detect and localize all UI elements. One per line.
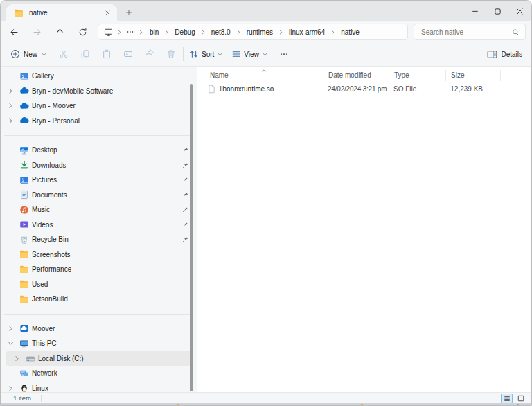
thumbnail-view-icon xyxy=(517,395,524,402)
back-button[interactable] xyxy=(4,23,24,41)
breadcrumb-chevron-icon xyxy=(116,29,123,35)
minimize-button[interactable] xyxy=(464,1,486,21)
chevron-right-icon[interactable] xyxy=(7,385,15,392)
sidebar-item-desktop[interactable]: Desktop xyxy=(6,143,192,158)
sidebar-item-music[interactable]: Music xyxy=(6,202,192,218)
file-pane: NameDate modifiedTypeSize libonnxruntime… xyxy=(197,67,531,392)
sidebar-item-label: Local Disk (C:) xyxy=(38,355,84,362)
thumbnail-view-toggle[interactable] xyxy=(515,394,526,403)
tab-title: native xyxy=(29,9,95,17)
file-date-cell: 24/02/2024 3:21 pm xyxy=(323,85,389,93)
network-icon xyxy=(19,369,29,378)
search-box[interactable] xyxy=(414,24,526,40)
sidebar-scrollbar[interactable] xyxy=(190,84,193,391)
sort-button[interactable]: Sort xyxy=(185,49,227,59)
sidebar-item-this-pc[interactable]: This PC xyxy=(6,336,192,351)
new-label: New xyxy=(24,51,37,58)
sidebar: GalleryBryn - devMobile SoftwareBryn - M… xyxy=(1,67,197,392)
sidebar-item-local-disk-c[interactable]: Local Disk (C:) xyxy=(6,351,192,367)
search-input[interactable] xyxy=(420,28,512,37)
share-button[interactable] xyxy=(139,44,160,64)
chevron-right-icon[interactable] xyxy=(13,355,21,362)
tab-close-button[interactable] xyxy=(100,6,114,20)
chevron-right-icon[interactable] xyxy=(7,117,15,125)
breadcrumb-item-net8-0[interactable]: net8.0 xyxy=(206,28,236,36)
chevron-spacer xyxy=(7,265,15,273)
plus-icon xyxy=(125,9,132,16)
column-header-size[interactable]: Size xyxy=(445,70,501,81)
sort-ascending-icon xyxy=(261,68,267,73)
breadcrumb-item-debug[interactable]: Debug xyxy=(170,28,200,36)
sidebar-item-bryn-devmobile-software[interactable]: Bryn - devMobile Software xyxy=(6,84,192,99)
sidebar-item-documents[interactable]: Documents xyxy=(6,188,192,203)
tab-native[interactable]: native xyxy=(6,4,117,21)
chevron-spacer xyxy=(7,369,15,377)
column-header-name[interactable]: Name xyxy=(197,70,323,81)
caption-buttons xyxy=(464,1,531,21)
forward-button[interactable] xyxy=(27,23,46,41)
new-tab-button[interactable] xyxy=(123,6,135,19)
paste-icon xyxy=(102,49,112,59)
breadcrumb-item-native[interactable]: native xyxy=(336,28,364,36)
breadcrumb-item-bin[interactable]: bin xyxy=(145,28,163,36)
chevron-spacer xyxy=(7,251,15,258)
close-button[interactable] xyxy=(508,1,531,21)
maximize-button[interactable] xyxy=(486,1,508,21)
rename-button[interactable] xyxy=(117,44,139,64)
breadcrumb-overflow[interactable] xyxy=(126,28,134,36)
sidebar-item-bryn-moover[interactable]: Bryn - Moover xyxy=(6,98,192,114)
refresh-button[interactable] xyxy=(73,23,92,41)
breadcrumb-item-linux-arm64[interactable]: linux-arm64 xyxy=(284,28,330,36)
cut-button[interactable] xyxy=(53,44,74,64)
up-button[interactable] xyxy=(50,23,69,41)
view-toggles xyxy=(501,394,526,403)
view-label: View xyxy=(244,51,259,58)
file-date: 24/02/2024 3:21 pm xyxy=(328,85,387,93)
column-header-type[interactable]: Type xyxy=(389,70,445,81)
breadcrumb-chevron-icon xyxy=(330,29,336,35)
sidebar-item-screenshots[interactable]: Screenshots xyxy=(6,247,192,263)
chevron-down-icon[interactable] xyxy=(7,339,15,347)
file-row-libonnxruntime-so[interactable]: libonnxruntime.so24/02/2024 3:21 pmSO Fi… xyxy=(197,83,531,96)
column-header-date-modified[interactable]: Date modified xyxy=(323,70,389,81)
paste-button[interactable] xyxy=(96,44,117,64)
chevron-spacer xyxy=(7,236,15,243)
sidebar-item-jetsonbuild[interactable]: JetsonBuild xyxy=(6,292,192,307)
file-icon xyxy=(207,85,216,94)
breadcrumb-chevron-icon xyxy=(138,29,144,35)
sort-icon xyxy=(189,49,199,59)
chevron-right-icon[interactable] xyxy=(7,325,15,333)
breadcrumb-item-runtimes[interactable]: runtimes xyxy=(242,28,278,36)
more-options-button[interactable] xyxy=(274,44,294,64)
sidebar-item-downloads[interactable]: Downloads xyxy=(6,158,192,173)
delete-icon xyxy=(166,49,176,59)
sidebar-item-recycle-bin[interactable]: Recycle Bin xyxy=(6,232,192,247)
new-plus-icon xyxy=(10,49,20,59)
address-bar[interactable]: binDebugnet8.0runtimeslinux-arm64native xyxy=(98,24,408,40)
new-button[interactable]: New xyxy=(1,42,49,66)
details-view-toggle[interactable] xyxy=(501,394,513,403)
sidebar-item-performance[interactable]: Performance xyxy=(6,262,192,277)
maximize-icon xyxy=(493,7,502,16)
sidebar-item-label: Performance xyxy=(32,265,71,273)
view-button[interactable]: View xyxy=(227,49,272,59)
sidebar-item-network[interactable]: Network xyxy=(6,366,192,381)
chevron-right-icon[interactable] xyxy=(7,87,15,95)
sidebar-item-bryn-personal[interactable]: Bryn - Personal xyxy=(6,114,192,129)
folder-icon xyxy=(19,249,29,259)
sidebar-item-label: This PC xyxy=(32,339,57,347)
chevron-spacer xyxy=(7,295,15,303)
sidebar-item-pictures[interactable]: Pictures xyxy=(6,173,192,188)
sidebar-item-videos[interactable]: Videos xyxy=(6,218,192,233)
sidebar-item-moover[interactable]: Moover xyxy=(6,321,192,337)
copy-button[interactable] xyxy=(74,44,96,64)
details-pane-button[interactable]: Details xyxy=(487,49,531,60)
sidebar-item-gallery[interactable]: Gallery xyxy=(6,69,192,84)
desktop-icon xyxy=(19,145,29,155)
up-icon xyxy=(55,28,64,37)
chevron-right-icon[interactable] xyxy=(7,102,15,109)
chevron-spacer xyxy=(7,72,15,80)
sidebar-item-linux[interactable]: Linux xyxy=(6,381,192,393)
delete-button[interactable] xyxy=(160,44,181,64)
sidebar-item-used[interactable]: Used xyxy=(6,277,192,292)
